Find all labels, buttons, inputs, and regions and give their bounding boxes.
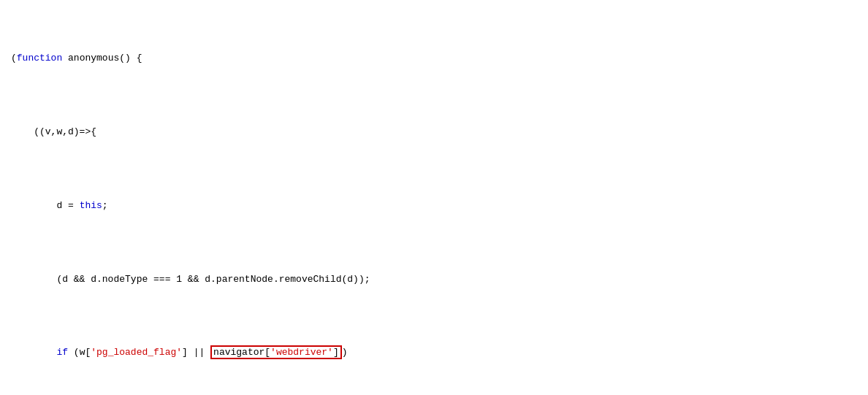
code-line-1: (function anonymous() {: [11, 51, 857, 66]
webdriver-highlight: navigator['webdriver']: [210, 345, 342, 359]
code-line-4: (d && d.nodeType === 1 && d.parentNode.r…: [11, 272, 857, 287]
code-line-3: d = this;: [11, 199, 857, 213]
code-line-2: ((v,w,d)=>{: [11, 125, 857, 139]
code-block: (function anonymous() { ((v,w,d)=>{ d = …: [11, 7, 857, 395]
code-line-5: if (w['pg_loaded_flag'] || navigator['we…: [11, 345, 857, 360]
